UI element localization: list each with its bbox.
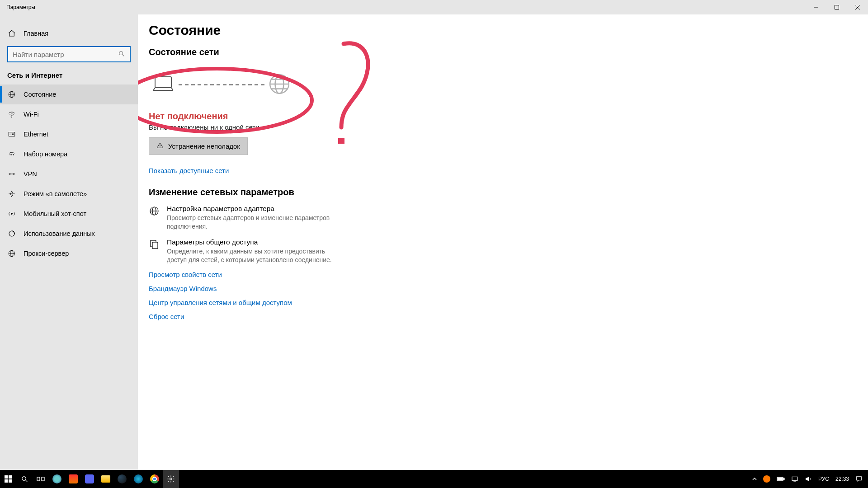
sidebar-item-status[interactable]: Состояние xyxy=(0,84,138,104)
taskbar-app-generic[interactable] xyxy=(130,470,146,488)
svg-rect-38 xyxy=(152,242,158,249)
tray-language[interactable]: РУС xyxy=(816,470,832,488)
network-reset-link[interactable]: Сброс сети xyxy=(149,313,850,320)
sharing-icon xyxy=(149,238,160,264)
search-icon xyxy=(118,50,125,59)
connection-line xyxy=(179,84,264,85)
tray-overflow[interactable] xyxy=(750,470,760,488)
sidebar-item-label: Мобильный хот-спот xyxy=(24,210,86,217)
svg-point-33 xyxy=(160,147,160,147)
taskbar-app-movies[interactable] xyxy=(65,470,81,488)
section-change-settings: Изменение сетевых параметров xyxy=(149,187,850,197)
tray-battery[interactable] xyxy=(774,470,788,488)
taskbar-app-discord[interactable] xyxy=(81,470,98,488)
troubleshoot-label: Устранение неполадок xyxy=(168,142,240,150)
sidebar-item-label: Набор номера xyxy=(24,150,67,158)
sharing-title: Параметры общего доступа xyxy=(167,238,339,246)
svg-rect-44 xyxy=(9,479,12,483)
svg-point-9 xyxy=(11,117,12,117)
tray-clock[interactable]: 22:33 xyxy=(833,470,852,488)
adapter-settings-block[interactable]: Настройка параметров адаптера Просмотр с… xyxy=(149,205,339,231)
proxy-icon xyxy=(7,249,16,258)
svg-point-49 xyxy=(170,478,172,480)
taskbar-app-settings[interactable] xyxy=(163,470,179,488)
sidebar-item-dialup[interactable]: Набор номера xyxy=(0,144,138,164)
adapter-icon xyxy=(149,205,160,231)
sharing-desc: Определите, к каким данным вы хотите пре… xyxy=(167,247,339,264)
sidebar-item-vpn[interactable]: VPN xyxy=(0,164,138,184)
no-connection-subtitle: Вы не подключены ни к одной сети. xyxy=(149,123,850,131)
sidebar-item-label: Состояние xyxy=(24,91,56,98)
vpn-icon xyxy=(7,170,16,178)
svg-rect-53 xyxy=(792,477,797,480)
sidebar-item-label: Прокси-сервер xyxy=(24,250,69,257)
tray-action-center[interactable] xyxy=(853,470,865,488)
sidebar-item-label: Wi-Fi xyxy=(24,111,39,118)
search-field[interactable] xyxy=(13,51,118,58)
taskbar-taskview[interactable] xyxy=(33,470,49,488)
svg-rect-1 xyxy=(835,5,839,9)
steam-icon xyxy=(118,474,127,483)
troubleshoot-button[interactable]: Устранение неполадок xyxy=(149,137,248,155)
svg-point-21 xyxy=(11,213,13,215)
svg-point-19 xyxy=(13,174,14,175)
svg-point-15 xyxy=(10,155,11,155)
taskbar-app-explorer[interactable] xyxy=(98,470,114,488)
discord-icon xyxy=(85,474,94,483)
taskbar-app-paint[interactable] xyxy=(49,470,65,488)
sidebar-item-hotspot[interactable]: Мобильный хот-спот xyxy=(0,204,138,224)
data-usage-icon xyxy=(7,230,16,238)
svg-rect-40 xyxy=(338,138,344,144)
svg-rect-48 xyxy=(42,477,44,481)
home-icon xyxy=(7,29,16,38)
sidebar-item-label: VPN xyxy=(24,170,37,178)
globe-icon xyxy=(7,90,16,99)
svg-rect-10 xyxy=(9,132,15,136)
ethernet-icon xyxy=(7,130,16,138)
svg-point-18 xyxy=(9,174,10,175)
adapter-desc: Просмотр сетевых адаптеров и изменение п… xyxy=(167,214,339,231)
start-button[interactable] xyxy=(0,470,16,488)
search-input[interactable] xyxy=(7,46,131,62)
window-controls xyxy=(806,0,868,14)
globe-gray-icon xyxy=(268,73,291,97)
window-title: Параметры xyxy=(6,4,35,10)
main-content: Состояние Состояние сети Нет подключения… xyxy=(138,14,868,470)
close-button[interactable] xyxy=(847,0,868,14)
network-properties-link[interactable]: Просмотр свойств сети xyxy=(149,271,850,278)
maximize-button[interactable] xyxy=(826,0,847,14)
sidebar-category: Сеть и Интернет xyxy=(0,70,138,84)
firewall-link[interactable]: Брандмауэр Windows xyxy=(149,285,850,292)
laptop-icon xyxy=(151,75,175,94)
taskbar-app-steam[interactable] xyxy=(114,470,130,488)
sidebar-home-label: Главная xyxy=(24,30,48,37)
hotspot-icon xyxy=(7,210,16,218)
sidebar-item-label: Использование данных xyxy=(24,230,95,237)
tray-avast[interactable] xyxy=(760,470,773,488)
sidebar-item-proxy[interactable]: Прокси-сервер xyxy=(0,244,138,263)
movies-icon xyxy=(69,474,78,483)
svg-point-16 xyxy=(11,155,12,155)
sidebar-item-wifi[interactable]: Wi-Fi xyxy=(0,104,138,124)
network-center-link[interactable]: Центр управления сетями и общим доступом xyxy=(149,299,850,306)
clock-label: 22:33 xyxy=(835,476,849,482)
show-networks-link[interactable]: Показать доступные сети xyxy=(149,167,229,174)
sidebar-item-datausage[interactable]: Использование данных xyxy=(0,224,138,244)
warning-icon xyxy=(156,142,164,150)
paint-icon xyxy=(52,474,61,483)
sidebar-item-airplane[interactable]: Режим «в самолете» xyxy=(0,184,138,204)
taskbar-search[interactable] xyxy=(16,470,33,488)
tray-network[interactable] xyxy=(788,470,801,488)
svg-rect-51 xyxy=(783,478,784,480)
page-title: Состояние xyxy=(149,23,850,38)
minimize-button[interactable] xyxy=(806,0,826,14)
sidebar-home[interactable]: Главная xyxy=(0,23,138,43)
titlebar: Параметры xyxy=(0,0,868,14)
dialup-icon xyxy=(7,150,16,158)
sharing-settings-block[interactable]: Параметры общего доступа Определите, к к… xyxy=(149,238,339,264)
taskbar-app-chrome[interactable] xyxy=(146,470,163,488)
svg-rect-47 xyxy=(37,477,40,481)
sidebar-item-ethernet[interactable]: Ethernet xyxy=(0,124,138,144)
svg-point-17 xyxy=(13,155,14,155)
tray-volume[interactable] xyxy=(802,470,815,488)
